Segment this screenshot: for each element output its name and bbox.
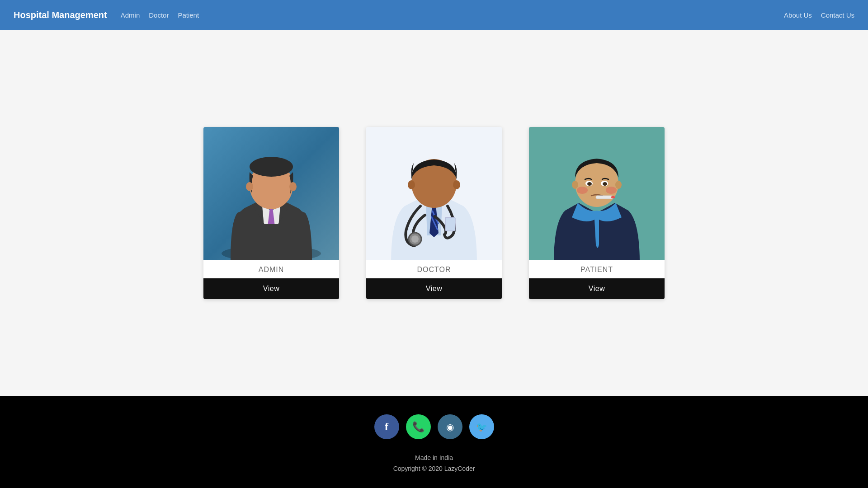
cards-container: ADMIN View	[203, 127, 665, 299]
twitter-button[interactable]: 🐦	[469, 414, 494, 439]
doctor-label: DOCTOR	[366, 260, 502, 278]
svg-point-13	[408, 180, 415, 189]
whatsapp-button[interactable]: 📞	[406, 414, 431, 439]
svg-point-20	[606, 187, 617, 194]
svg-rect-25	[596, 196, 613, 199]
main-content: ADMIN View	[0, 30, 868, 396]
nav-doctor[interactable]: Doctor	[149, 11, 169, 19]
navbar: Hospital Management Admin Doctor Patient…	[0, 0, 868, 30]
navbar-brand[interactable]: Hospital Management	[14, 10, 107, 20]
whatsapp-icon: 📞	[412, 421, 425, 433]
doctor-view-button[interactable]: View	[366, 278, 502, 299]
footer-social: f 📞 ◉ 🐦	[9, 414, 859, 439]
instagram-icon: ◉	[446, 422, 454, 432]
about-us-link[interactable]: About Us	[784, 11, 812, 19]
admin-svg	[203, 127, 339, 260]
patient-card-image	[529, 127, 665, 260]
svg-point-3	[250, 157, 293, 177]
admin-illustration	[203, 127, 339, 260]
patient-illustration	[529, 127, 665, 260]
footer-text: Made in India Copyright © 2020 LazyCoder	[9, 453, 859, 474]
admin-label: ADMIN	[203, 260, 339, 278]
svg-point-9	[411, 235, 419, 243]
svg-point-5	[289, 182, 297, 191]
svg-rect-10	[445, 217, 455, 231]
made-in-label: Made in India	[9, 453, 859, 464]
svg-point-19	[577, 187, 588, 194]
admin-view-button[interactable]: View	[203, 278, 339, 299]
svg-point-18	[615, 181, 622, 189]
doctor-card: DOCTOR View	[366, 127, 502, 299]
doctor-svg	[366, 127, 502, 260]
patient-view-button[interactable]: View	[529, 278, 665, 299]
contact-us-link[interactable]: Contact Us	[821, 11, 854, 19]
svg-point-24	[603, 182, 607, 186]
facebook-icon: f	[385, 421, 388, 433]
facebook-button[interactable]: f	[374, 414, 399, 439]
svg-rect-26	[611, 196, 615, 198]
navbar-links: Admin Doctor Patient	[121, 11, 199, 19]
doctor-card-image	[366, 127, 502, 260]
footer: f 📞 ◉ 🐦 Made in India Copyright © 2020 L…	[0, 396, 868, 488]
twitter-icon: 🐦	[476, 422, 487, 432]
svg-point-23	[587, 182, 592, 186]
patient-card: PATIENT View	[529, 127, 665, 299]
nav-patient[interactable]: Patient	[178, 11, 199, 19]
admin-card: ADMIN View	[203, 127, 339, 299]
patient-label: PATIENT	[529, 260, 665, 278]
navbar-right: About Us Contact Us	[784, 11, 854, 19]
admin-card-image	[203, 127, 339, 260]
svg-point-4	[246, 182, 253, 191]
instagram-button[interactable]: ◉	[438, 414, 462, 439]
patient-svg	[529, 127, 665, 260]
svg-point-14	[453, 180, 460, 189]
svg-point-17	[572, 181, 578, 189]
copyright-label: Copyright © 2020 LazyCoder	[9, 464, 859, 474]
doctor-illustration	[366, 127, 502, 260]
nav-admin[interactable]: Admin	[121, 11, 140, 19]
navbar-left: Hospital Management Admin Doctor Patient	[14, 10, 199, 20]
